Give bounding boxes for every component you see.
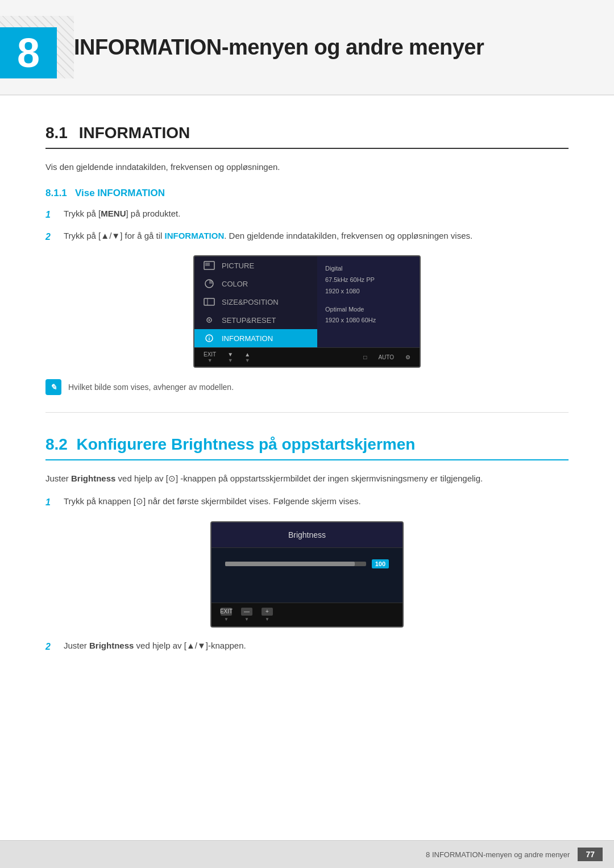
main-content: 8.1 INFORMATION Vis den gjeldende inndat… <box>0 95 614 711</box>
section-8-1-title: 8.1 INFORMATION <box>45 124 569 149</box>
brightness-btn-exit: EXIT ▼ <box>221 608 232 622</box>
menu-item-color: COLOR <box>194 275 317 293</box>
step-number-1: 1 <box>45 207 59 222</box>
brightness-screenshot: Brightness 100 EXIT ▼ — ▼ <box>210 521 404 628</box>
bottom-btn-auto: AUTO <box>378 354 394 360</box>
monitor-menu-container: PICTURE COLOR SIZE&POSITION <box>194 256 420 347</box>
step-8-2-text-2: Juster Brightness ved hjelp av [▲/▼]-kna… <box>64 639 569 653</box>
section-8-2-number: 8.2 <box>45 435 68 453</box>
menu-label-size: SIZE&POSITION <box>222 298 279 306</box>
page-title: INFORMATION-menyen og andre menyer <box>74 35 484 60</box>
step-number-2: 2 <box>45 230 59 244</box>
note-icon: ✎ <box>45 379 61 395</box>
info-line-optimal: Optimal Mode <box>325 304 412 315</box>
step-list-8-2-b: 2 Juster Brightness ved hjelp av [▲/▼]-k… <box>45 639 569 654</box>
menu-item-information: i INFORMATION <box>194 329 317 347</box>
step-8-2-1: 1 Trykk på knappen [⊙] når det første sk… <box>45 495 569 510</box>
page-header: 8 INFORMATION-menyen og andre menyer <box>0 0 614 95</box>
section-8-1-label: INFORMATION <box>79 124 190 142</box>
size-icon <box>204 297 216 306</box>
setup-icon <box>204 315 216 325</box>
step-8-1-2: 2 Trykk på [▲/▼] for å gå til INFORMATIO… <box>45 229 569 244</box>
step-8-2-number-2: 2 <box>45 639 59 654</box>
brightness-title-bar: Brightness <box>211 522 403 548</box>
bottom-btn-down: ▼ ▼ <box>227 351 233 363</box>
brightness-bold-intro: Brightness <box>71 474 115 483</box>
brightness-btn-minus: — ▼ <box>241 608 252 622</box>
brightness-content: 100 <box>211 548 403 603</box>
section-8-1: 8.1 INFORMATION Vis den gjeldende inndat… <box>45 124 569 395</box>
brightness-slider-row: 100 <box>225 559 389 568</box>
svg-rect-3 <box>204 298 214 305</box>
subsection-8-1-1-title: 8.1.1 Vise INFORMATION <box>45 188 569 199</box>
info-icon: i <box>204 334 216 343</box>
step-text-2: Trykk på [▲/▼] for å gå til INFORMATION.… <box>64 229 569 243</box>
step-8-2-2: 2 Juster Brightness ved hjelp av [▲/▼]-k… <box>45 639 569 654</box>
plus-icon: + <box>262 608 273 616</box>
monitor-bottom-bar: EXIT ▼ ▼ ▼ ▲ ▼ □ AUTO <box>194 347 420 367</box>
step-list-8-1: 1 Trykk på [MENU] på produktet. 2 Trykk … <box>45 207 569 244</box>
svg-point-6 <box>209 319 210 321</box>
color-icon <box>204 279 216 288</box>
menu-item-setup: SETUP&RESET <box>194 311 317 329</box>
monitor-screenshot: PICTURE COLOR SIZE&POSITION <box>193 255 421 368</box>
monitor-menu-left: PICTURE COLOR SIZE&POSITION <box>194 256 317 347</box>
minus-icon: — <box>241 608 252 616</box>
menu-item-size: SIZE&POSITION <box>194 293 317 311</box>
footer-text: 8 INFORMATION-menyen og andre menyer <box>426 850 570 859</box>
brightness-slider-track <box>225 562 366 566</box>
brightness-title: Brightness <box>288 530 326 539</box>
section-divider <box>45 412 569 413</box>
info-line-resolution: 1920 x 1080 <box>325 286 412 297</box>
section-8-2: 8.2 Konfigurere Brightness på oppstartsk… <box>45 435 569 654</box>
info-line-freq: 67.5kHz 60Hz PP <box>325 275 412 286</box>
page-number: 77 <box>578 848 603 861</box>
section-8-2-label: Konfigurere Brightness på oppstartskjerm… <box>77 435 416 453</box>
bottom-btn-source: □ <box>363 354 367 360</box>
note-text: Hvilket bilde som vises, avhenger av mod… <box>68 379 234 393</box>
info-line-optimal-res: 1920 x 1080 60Hz <box>325 315 412 326</box>
brightness-btn-plus: + ▼ <box>262 608 273 622</box>
chapter-number: 8 <box>0 27 57 78</box>
menu-label-setup: SETUP&RESET <box>222 316 276 325</box>
bottom-btn-exit: EXIT ▼ <box>204 351 216 363</box>
svg-text:i: i <box>209 336 210 342</box>
brightness-slider-fill <box>225 562 355 566</box>
info-line-digital: Digital <box>325 263 412 275</box>
chapter-icon-area: 8 <box>0 16 74 78</box>
menu-item-picture: PICTURE <box>194 256 317 275</box>
section-8-1-number: 8.1 <box>45 124 68 142</box>
section-8-2-intro: Juster Brightness ved hjelp av [⊙] -knap… <box>45 472 569 485</box>
step-list-8-2: 1 Trykk på knappen [⊙] når det første sk… <box>45 495 569 510</box>
menu-label-information: INFORMATION <box>222 334 273 343</box>
step-text-1: Trykk på [MENU] på produktet. <box>64 207 569 221</box>
note-box: ✎ Hvilket bilde som vises, avhenger av m… <box>45 379 569 395</box>
monitor-info-panel: Digital 67.5kHz 60Hz PP 1920 x 1080 Opti… <box>317 256 420 347</box>
bottom-btn-settings: ⚙ <box>405 354 410 360</box>
step-8-2-text-1: Trykk på knappen [⊙] når det første skje… <box>64 495 569 508</box>
exit-icon: EXIT <box>221 608 232 616</box>
brightness-value: 100 <box>372 559 389 568</box>
brightness-bold-step2: Brightness <box>89 641 134 650</box>
section-8-1-intro: Vis den gjeldende inndatakilden, frekven… <box>45 160 569 174</box>
bottom-btn-up: ▲ ▼ <box>244 351 250 363</box>
svg-rect-1 <box>205 263 210 266</box>
section-8-2-title: 8.2 Konfigurere Brightness på oppstartsk… <box>45 435 569 460</box>
step-8-2-number-1: 1 <box>45 495 59 510</box>
picture-icon <box>204 261 216 270</box>
step-8-1-1: 1 Trykk på [MENU] på produktet. <box>45 207 569 222</box>
menu-label-picture: PICTURE <box>222 261 254 270</box>
menu-label-color: COLOR <box>222 280 248 288</box>
page-footer: 8 INFORMATION-menyen og andre menyer 77 <box>0 840 614 868</box>
brightness-bottom-bar: EXIT ▼ — ▼ + ▼ <box>211 603 403 626</box>
